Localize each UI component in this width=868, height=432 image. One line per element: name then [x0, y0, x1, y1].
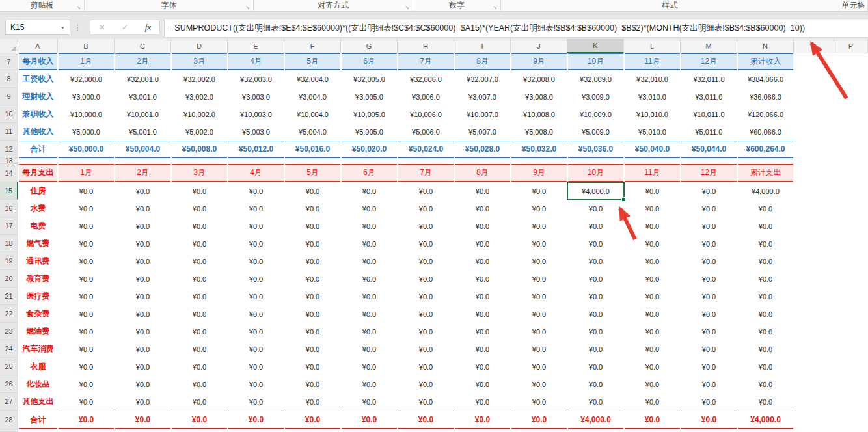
cell-G25[interactable]: ¥0.0 [342, 358, 397, 375]
cell-I20[interactable]: ¥0.0 [455, 270, 510, 288]
cell-A12[interactable]: 合计 [19, 141, 57, 158]
cell-B12[interactable]: ¥50,000.0 [59, 141, 114, 158]
row-header-26[interactable]: 26 [0, 375, 18, 393]
cell-D18[interactable]: ¥0.0 [172, 235, 227, 252]
cell-H8[interactable]: ¥32,006.0 [398, 70, 454, 88]
cell-E21[interactable]: ¥0.0 [228, 288, 284, 305]
select-all-corner[interactable] [0, 39, 18, 53]
column-header-E[interactable]: E [228, 39, 284, 53]
cell-A19[interactable]: 通讯费 [19, 252, 57, 270]
cell-M16[interactable]: ¥0.0 [681, 200, 737, 217]
cell-C25[interactable]: ¥0.0 [115, 358, 170, 375]
fill-handle[interactable] [621, 197, 626, 202]
row-header-25[interactable]: 25 [0, 358, 18, 375]
cell-C16[interactable]: ¥0.0 [115, 200, 170, 217]
cell-N7[interactable]: 累计收入 [738, 53, 793, 70]
cell-N14[interactable]: 累计支出 [738, 164, 793, 182]
row-header-15[interactable]: 15 [0, 182, 18, 200]
cell-F14[interactable]: 5月 [285, 164, 340, 182]
cell-B16[interactable]: ¥0.0 [59, 200, 114, 217]
cell-N9[interactable]: ¥36,066.0 [738, 88, 793, 105]
cell-H12[interactable]: ¥50,024.0 [398, 141, 454, 158]
cell-F15[interactable]: ¥0.0 [285, 182, 340, 200]
cell-C15[interactable]: ¥0.0 [115, 182, 170, 200]
cell-J28[interactable]: ¥0.0 [511, 411, 567, 429]
row-header-28[interactable]: 28 [0, 411, 18, 429]
cell-A16[interactable]: 水费 [19, 200, 57, 217]
cell-L19[interactable]: ¥0.0 [625, 252, 680, 270]
cell-K16[interactable]: ¥0.0 [568, 200, 623, 217]
cell-G18[interactable]: ¥0.0 [342, 235, 397, 252]
cell-B9[interactable]: ¥3,000.0 [59, 88, 114, 105]
cell-E8[interactable]: ¥32,003.0 [228, 70, 284, 88]
cell-M19[interactable]: ¥0.0 [681, 252, 737, 270]
cell-B27[interactable]: ¥0.0 [59, 393, 114, 411]
cell-J19[interactable]: ¥0.0 [511, 252, 567, 270]
cell-F17[interactable]: ¥0.0 [285, 217, 340, 235]
cell-G11[interactable]: ¥5,005.0 [342, 123, 397, 141]
cell-A24[interactable]: 汽车消费 [19, 340, 57, 358]
row-header-24[interactable]: 24 [0, 340, 18, 358]
cell-L18[interactable]: ¥0.0 [625, 235, 680, 252]
row-header-partial[interactable] [0, 429, 18, 432]
cell-I15[interactable]: ¥0.0 [455, 182, 510, 200]
cell-C12[interactable]: ¥50,004.0 [115, 141, 170, 158]
cell-A27[interactable]: 其他支出 [19, 393, 57, 411]
cell-A26[interactable]: 化妆品 [19, 375, 57, 393]
cell-D22[interactable]: ¥0.0 [172, 305, 227, 323]
cell-M26[interactable]: ¥0.0 [681, 375, 737, 393]
cell-G15[interactable]: ¥0.0 [342, 182, 397, 200]
cell-B22[interactable]: ¥0.0 [59, 305, 114, 323]
cell-G20[interactable]: ¥0.0 [342, 270, 397, 288]
cell-D8[interactable]: ¥32,002.0 [172, 70, 227, 88]
cell-I10[interactable]: ¥10,007.0 [455, 105, 510, 123]
cell-N16[interactable]: ¥0.0 [738, 200, 793, 217]
cell-L9[interactable]: ¥3,010.0 [625, 88, 680, 105]
cell-D15[interactable]: ¥0.0 [172, 182, 227, 200]
cell-K12[interactable]: ¥50,036.0 [568, 141, 623, 158]
cell-C10[interactable]: ¥10,001.0 [115, 105, 170, 123]
cell-G10[interactable]: ¥10,005.0 [342, 105, 397, 123]
cell-D23[interactable]: ¥0.0 [172, 323, 227, 340]
cell-J7[interactable]: 9月 [511, 53, 567, 70]
cell-D12[interactable]: ¥50,008.0 [172, 141, 227, 158]
cell-A9[interactable]: 理财收入 [19, 88, 57, 105]
cell-A20[interactable]: 教育费 [19, 270, 57, 288]
cell-D21[interactable]: ¥0.0 [172, 288, 227, 305]
cell-G16[interactable]: ¥0.0 [342, 200, 397, 217]
cell-E24[interactable]: ¥0.0 [228, 340, 284, 358]
cell-E18[interactable]: ¥0.0 [228, 235, 284, 252]
cell-N25[interactable]: ¥0.0 [738, 358, 793, 375]
cell-B28[interactable]: ¥0.0 [59, 411, 114, 429]
cell-D9[interactable]: ¥3,002.0 [172, 88, 227, 105]
cell-A17[interactable]: 电费 [19, 217, 57, 235]
cell-A18[interactable]: 燃气费 [19, 235, 57, 252]
row-header-27[interactable]: 27 [0, 393, 18, 411]
cell-L12[interactable]: ¥50,040.0 [625, 141, 680, 158]
row-header-13[interactable]: 13 [0, 158, 18, 164]
cell-H10[interactable]: ¥10,006.0 [398, 105, 454, 123]
cell-L15[interactable]: ¥0.0 [625, 182, 680, 200]
cell-E22[interactable]: ¥0.0 [228, 305, 284, 323]
cell-N8[interactable]: ¥384,066.0 [738, 70, 793, 88]
cell-E23[interactable]: ¥0.0 [228, 323, 284, 340]
column-header-P[interactable]: P [834, 39, 868, 53]
cell-L26[interactable]: ¥0.0 [625, 375, 680, 393]
dialog-launcher-icon[interactable]: ↘ [245, 5, 250, 10]
row-header-8[interactable]: 8 [0, 70, 18, 88]
cell-I9[interactable]: ¥3,007.0 [455, 88, 510, 105]
cell-A10[interactable]: 兼职收入 [19, 105, 57, 123]
column-header-A[interactable]: A [18, 39, 58, 53]
cell-E26[interactable]: ¥0.0 [228, 375, 284, 393]
cell-J9[interactable]: ¥3,008.0 [511, 88, 567, 105]
cell-G8[interactable]: ¥32,005.0 [342, 70, 397, 88]
cell-N20[interactable]: ¥0.0 [738, 270, 793, 288]
cell-I23[interactable]: ¥0.0 [455, 323, 510, 340]
cell-H17[interactable]: ¥0.0 [398, 217, 454, 235]
cancel-icon[interactable]: ✕ [99, 23, 105, 32]
cell-I17[interactable]: ¥0.0 [455, 217, 510, 235]
cell-F7[interactable]: 5月 [285, 53, 340, 70]
cell-L17[interactable]: ¥0.0 [625, 217, 680, 235]
column-header-N[interactable]: N [737, 39, 794, 53]
cell-E12[interactable]: ¥50,012.0 [228, 141, 284, 158]
